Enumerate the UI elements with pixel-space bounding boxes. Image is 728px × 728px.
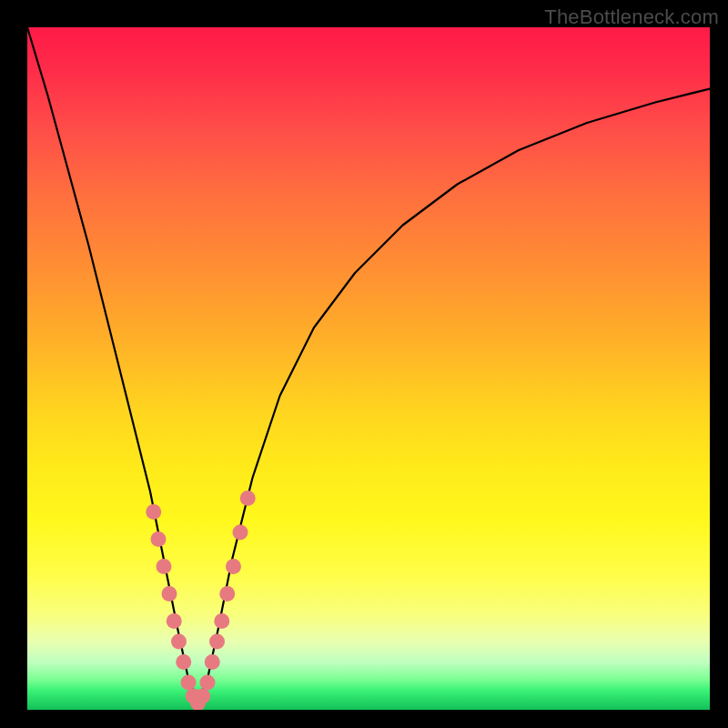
marker-point: [151, 531, 167, 547]
marker-cluster: [146, 490, 256, 710]
marker-point: [219, 586, 235, 602]
marker-point: [181, 675, 197, 691]
marker-point: [233, 525, 248, 541]
marker-point: [157, 559, 172, 574]
curve-layer: [27, 27, 710, 710]
marker-point: [176, 654, 191, 670]
marker-point: [146, 504, 161, 520]
bottleneck-curve: [27, 27, 710, 703]
chart-frame: TheBottleneck.com: [0, 0, 728, 728]
marker-point: [209, 634, 225, 650]
marker-point: [200, 675, 216, 691]
marker-point: [167, 613, 182, 629]
marker-point: [205, 654, 220, 670]
marker-point: [195, 689, 210, 704]
marker-point: [162, 586, 177, 602]
marker-point: [214, 613, 229, 629]
bottleneck-curve-line: [27, 27, 710, 703]
marker-point: [240, 490, 256, 506]
plot-area: [27, 27, 710, 710]
marker-point: [171, 634, 187, 650]
watermark-text: TheBottleneck.com: [544, 5, 719, 29]
marker-point: [226, 559, 241, 574]
